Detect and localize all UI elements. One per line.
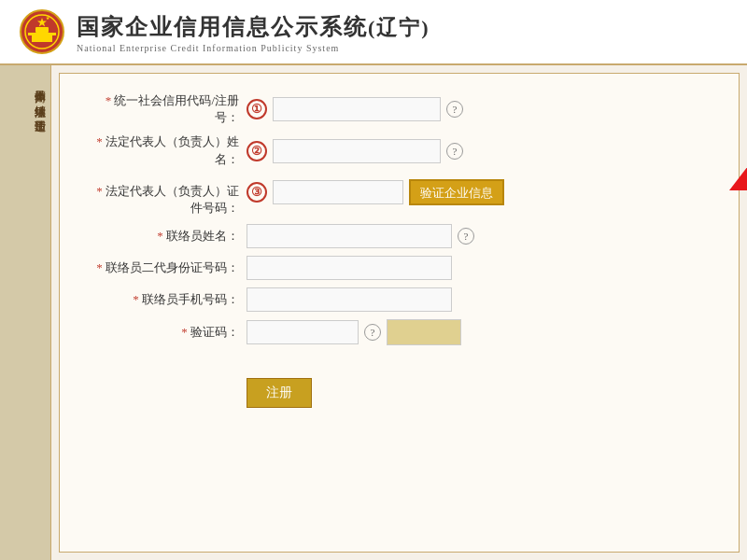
contact-name-input[interactable] [247,224,452,248]
label-verify-code: * 验证码： [88,324,247,341]
input-col-2: ② ? [247,139,711,163]
contact-phone-input[interactable] [247,287,452,312]
national-emblem-icon [19,8,65,55]
label-legal-cert: * 法定代表人（负责人）证件号码： [88,179,247,217]
legal-rep-name-input[interactable] [273,139,441,163]
form-row-contact-name: * 联络员姓名： ? [88,224,711,248]
contact-id-input[interactable] [247,256,452,280]
legal-rep-cert-input[interactable] [273,180,403,204]
registration-form: * 统一社会信用代码/注册号： ① ? * 法定代表人（负责人）姓名： ② ? [88,92,711,408]
content-area: * 统一社会信用代码/注册号： ① ? * 法定代表人（负责人）姓名： ② ? [59,73,740,553]
sidebar-item-3: 适用于验证 [0,105,50,119]
input-col-4: ? [247,224,711,248]
input-col-6 [247,287,711,312]
captcha-image[interactable] [387,319,461,345]
label-contact-id: * 联络员二代身份证号码： [88,259,247,276]
input-col-5 [247,256,711,280]
help-icon-1[interactable]: ? [446,101,463,118]
header-text-block: 国家企业信用信息公示系统(辽宁) National Enterprise Cre… [77,10,430,54]
circle-2: ② [247,141,267,161]
svg-rect-2 [32,35,52,42]
label-contact-phone: * 联络员手机号码： [88,291,247,308]
input-col-1: ① ? [247,97,711,121]
main-layout: 个体工商户吊销 注销后继续 适用于验证 * 统一社会信用代码/注册号： ① ? [0,65,747,560]
arrow-head-icon [729,130,747,190]
verify-enterprise-button[interactable]: 验证企业信息 [409,179,504,205]
header: 国家企业信用信息公示系统(辽宁) National Enterprise Cre… [0,0,747,65]
form-row-verify-code: * 验证码： ? [88,319,711,345]
sidebar-item-2: 注销后继续 [0,90,50,105]
help-icon-4[interactable]: ? [458,228,474,245]
help-icon-2[interactable]: ? [446,143,463,160]
help-icon-7[interactable]: ? [364,324,381,341]
circle-3: ③ [247,182,267,203]
red-arrow-indicator [729,130,747,368]
label-legal-name: * 法定代表人（负责人）姓名： [88,133,247,167]
sidebar-item-1: 个体工商户吊销 [0,75,50,90]
verify-code-input[interactable] [247,320,359,344]
svg-rect-4 [35,27,49,33]
register-button[interactable]: 注册 [247,378,312,408]
unified-code-input[interactable] [273,97,441,121]
site-title-en: National Enterprise Credit Information P… [77,43,430,53]
form-row-contact-id: * 联络员二代身份证号码： [88,256,711,280]
form-row-legal-name: * 法定代表人（负责人）姓名： ② ? [88,133,711,167]
form-row-legal-cert: * 法定代表人（负责人）证件号码： ③ 验证企业信息 [88,175,711,217]
register-btn-area: 注册 [88,364,711,408]
circle-1: ① [247,99,267,119]
input-col-3: ③ 验证企业信息 [247,179,711,205]
sidebar: 个体工商户吊销 注销后继续 适用于验证 [0,65,51,560]
label-contact-name: * 联络员姓名： [88,228,247,245]
input-col-7: ? [247,319,711,345]
form-row-unified-code: * 统一社会信用代码/注册号： ① ? [88,92,711,126]
form-row-contact-phone: * 联络员手机号码： [88,287,711,312]
site-title-cn: 国家企业信用信息公示系统(辽宁) [77,10,430,42]
label-unified-code: * 统一社会信用代码/注册号： [88,92,247,126]
svg-rect-3 [28,33,56,35]
